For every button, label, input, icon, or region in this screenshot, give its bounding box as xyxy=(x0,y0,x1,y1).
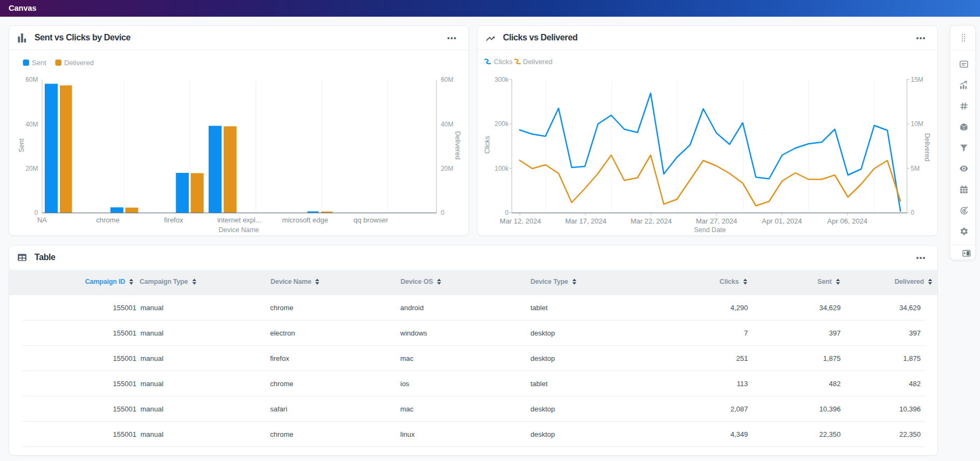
svg-text:20M: 20M xyxy=(25,165,38,172)
svg-text:Mar 27, 2024: Mar 27, 2024 xyxy=(696,217,737,225)
svg-text:Apr 06, 2024: Apr 06, 2024 xyxy=(827,217,867,225)
svg-text:Mar 17, 2024: Mar 17, 2024 xyxy=(565,217,606,225)
svg-text:Mar 12, 2024: Mar 12, 2024 xyxy=(500,217,541,225)
svg-text:Sent: Sent xyxy=(32,59,46,67)
svg-text:200k: 200k xyxy=(494,120,509,128)
svg-text:firefox: firefox xyxy=(164,216,183,224)
svg-text:40M: 40M xyxy=(441,121,453,128)
svg-text:Delivered: Delivered xyxy=(64,59,94,67)
svg-text:60M: 60M xyxy=(25,76,38,83)
svg-text:qq browser: qq browser xyxy=(354,216,389,224)
svg-text:Apr 01, 2024: Apr 01, 2024 xyxy=(762,217,802,225)
svg-text:Mar 22, 2024: Mar 22, 2024 xyxy=(631,217,672,225)
svg-text:0: 0 xyxy=(441,209,445,216)
svg-text:Delivered: Delivered xyxy=(523,58,553,66)
svg-text:20M: 20M xyxy=(441,165,453,172)
svg-text:Delivered: Delivered xyxy=(454,131,461,160)
svg-text:Clicks: Clicks xyxy=(494,58,513,66)
svg-text:300k: 300k xyxy=(494,76,509,83)
svg-text:60M: 60M xyxy=(441,76,453,83)
svg-text:chrome: chrome xyxy=(96,216,119,224)
svg-text:15M: 15M xyxy=(911,76,923,83)
svg-text:Delivered: Delivered xyxy=(923,133,931,162)
svg-text:Send Date: Send Date xyxy=(694,226,726,234)
svg-text:0: 0 xyxy=(911,209,915,216)
svg-text:microsoft edge: microsoft edge xyxy=(282,216,328,224)
svg-text:NA: NA xyxy=(37,216,47,224)
svg-text:100k: 100k xyxy=(494,165,509,172)
svg-text:Device Name: Device Name xyxy=(218,226,259,234)
svg-text:0: 0 xyxy=(505,209,509,216)
svg-text:Sent: Sent xyxy=(18,138,25,152)
svg-text:40M: 40M xyxy=(25,121,38,128)
svg-text:internet expl...: internet expl... xyxy=(217,216,261,224)
svg-text:Clicks: Clicks xyxy=(484,136,491,153)
svg-text:10M: 10M xyxy=(911,120,923,128)
svg-text:5M: 5M xyxy=(911,165,920,172)
